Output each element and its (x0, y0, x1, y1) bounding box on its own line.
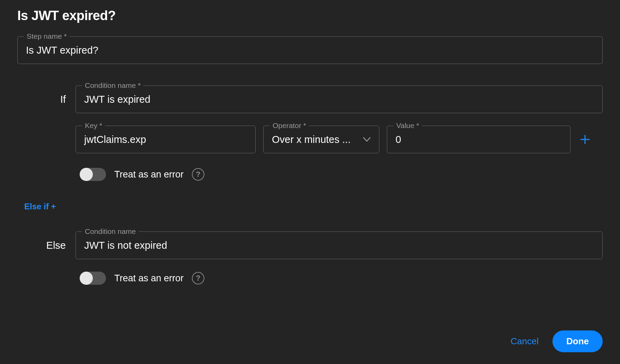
if-operator-field[interactable]: Operator * Over x minutes ... (263, 126, 379, 153)
if-condition-name-field[interactable]: Condition name * JWT is expired (76, 85, 603, 113)
step-name-field[interactable]: Step name * Is JWT expired? (17, 36, 603, 64)
step-name-value: Is JWT expired? (26, 45, 594, 56)
plus-icon (580, 134, 590, 145)
if-treat-as-error-label: Treat as an error (114, 169, 184, 180)
done-button[interactable]: Done (552, 330, 603, 352)
toggle-knob (80, 168, 93, 181)
help-icon[interactable]: ? (192, 168, 204, 181)
else-if-button[interactable]: Else if + (24, 202, 56, 211)
if-key-value: jwtClaims.exp (84, 134, 247, 145)
help-icon[interactable]: ? (192, 272, 204, 284)
if-value-label: Value * (393, 121, 422, 130)
else-treat-as-error-toggle[interactable] (80, 272, 106, 285)
if-value-field[interactable]: Value * 0 (387, 126, 570, 153)
add-condition-button[interactable] (578, 134, 592, 145)
else-treat-as-error-label: Treat as an error (114, 273, 184, 284)
if-key-label: Key * (82, 121, 105, 130)
chevron-down-icon (363, 136, 371, 144)
if-operator-value: Over x minutes ... (272, 134, 360, 145)
page-title: Is JWT expired? (17, 8, 603, 23)
else-condition-name-field[interactable]: Condition name JWT is not expired (76, 231, 603, 259)
step-name-label: Step name * (24, 32, 70, 40)
if-condition-name-label: Condition name * (82, 81, 143, 90)
if-label: If (17, 94, 69, 105)
if-key-field[interactable]: Key * jwtClaims.exp (76, 126, 256, 153)
else-condition-name-label: Condition name (82, 227, 139, 236)
if-condition-name-value: JWT is expired (84, 94, 594, 105)
if-treat-as-error-toggle[interactable] (80, 168, 106, 181)
else-condition-name-value: JWT is not expired (84, 240, 594, 251)
if-value-value: 0 (396, 134, 562, 145)
else-label: Else (17, 240, 69, 251)
cancel-button[interactable]: Cancel (511, 336, 539, 347)
toggle-knob (80, 272, 93, 285)
if-operator-label: Operator * (270, 121, 309, 130)
